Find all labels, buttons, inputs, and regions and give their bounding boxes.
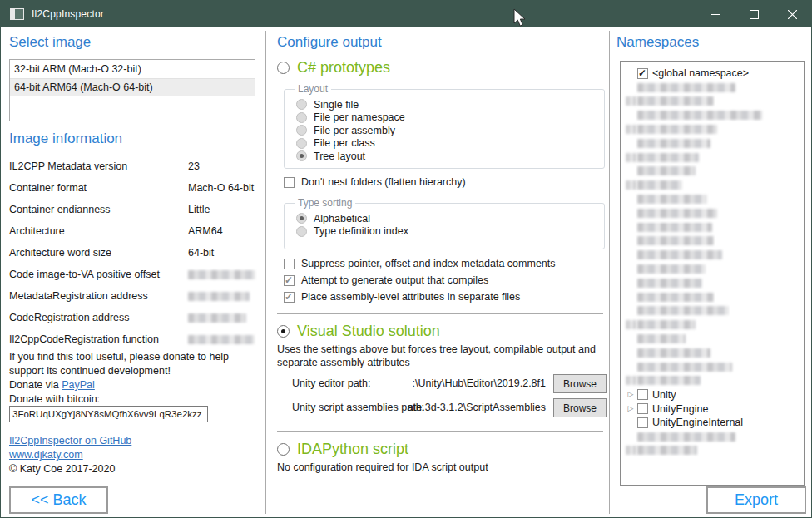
info-value: Mach-O 64-bit (188, 182, 255, 194)
redacted-namespace (637, 139, 710, 148)
radio-option[interactable]: File per class (296, 137, 599, 150)
namespace-item[interactable]: ▷UnityEngine (621, 402, 804, 416)
namespace-checkbox[interactable] (637, 403, 648, 414)
bitcoin-address-field[interactable] (9, 406, 208, 422)
minimize-icon[interactable] (696, 1, 735, 27)
redacted-value (188, 313, 246, 323)
redacted-expander (626, 446, 636, 455)
image-list-item[interactable]: 32-bit ARM (Mach-O 32-bit) (10, 60, 255, 78)
redacted-namespace-row (621, 430, 804, 444)
info-label: Architecture (9, 225, 188, 237)
type-sorting-title: Type sorting (295, 197, 355, 209)
radio-option[interactable]: Tree layout (296, 150, 599, 163)
info-row: Code image-to-VA positive offset (9, 264, 255, 285)
image-list-item[interactable]: 64-bit ARM64 (Mach-O 64-bit) (10, 78, 255, 96)
expander-slot (624, 446, 637, 455)
redacted-namespace-row (621, 95, 804, 109)
namespace-label: <global namespace> (652, 67, 749, 79)
close-icon[interactable] (773, 1, 811, 27)
radio-icon (296, 112, 307, 123)
redacted-namespace (637, 264, 706, 274)
unity-editor-path-value[interactable]: :\Unity\Hub\Editor\2019.2.8f1 (412, 377, 546, 389)
layout-options: Single fileFile per namespaceFile per as… (296, 98, 599, 163)
output-checkbox[interactable]: Suppress pointer, offset and index metad… (284, 255, 608, 272)
image-information-title: Image information (9, 131, 122, 147)
radio-visual-studio-solution[interactable]: Visual Studio solution (277, 323, 440, 340)
expander-icon[interactable]: ▷ (628, 405, 634, 412)
radio-icon (296, 226, 307, 237)
info-value: 64-bit (188, 247, 255, 259)
maximize-icon[interactable] (735, 1, 773, 27)
checkbox-flatten-hierarchy[interactable]: Don't nest folders (flatten hierarchy) (284, 175, 466, 189)
redacted-namespace (637, 334, 686, 343)
checkbox-icon (284, 292, 295, 303)
browse-editor-path-button[interactable]: Browse (553, 374, 607, 393)
radio-icon (277, 443, 290, 456)
info-value: 23 (188, 160, 255, 172)
radio-option-label: Alphabetical (314, 213, 370, 224)
redacted-namespace-row (621, 220, 804, 234)
radio-option[interactable]: Single file (296, 98, 599, 111)
expander-icon[interactable]: ▷ (628, 391, 634, 398)
paypal-link[interactable]: PayPal (62, 379, 95, 391)
output-checkbox[interactable]: Place assembly-level attributes in separ… (284, 289, 608, 305)
unity-editor-path-label: Unity editor path: (292, 377, 371, 389)
radio-idapython-script[interactable]: IDAPython script (277, 441, 408, 458)
titlebar: Il2CppInspector (1, 1, 811, 27)
namespace-item[interactable]: <global namespace> (621, 67, 804, 81)
radio-option[interactable]: Type definition index (296, 225, 599, 239)
redacted-namespace (637, 376, 701, 385)
redacted-namespace (637, 166, 696, 175)
export-button[interactable]: Export (706, 486, 806, 514)
radio-option[interactable]: Alphabetical (296, 212, 599, 225)
info-label: Container format (9, 182, 188, 194)
namespace-item[interactable]: ▷Unity (621, 387, 804, 402)
namespace-checkbox[interactable] (637, 417, 648, 428)
radio-option[interactable]: File per assembly (296, 124, 599, 137)
radio-option[interactable]: File per namespace (296, 111, 599, 125)
expander-slot (624, 125, 637, 134)
redacted-namespace-row (621, 318, 804, 332)
redacted-namespace (637, 111, 762, 120)
redacted-namespace (637, 363, 732, 372)
redacted-namespace-row (621, 346, 804, 360)
namespace-checkbox[interactable] (637, 68, 648, 79)
expander-slot (624, 376, 637, 385)
radio-option-label: File per class (314, 137, 375, 149)
window-title: Il2CppInspector (32, 8, 104, 20)
column-separator-left (265, 31, 266, 514)
checkbox-label: Place assembly-level attributes in separ… (301, 291, 520, 303)
namespace-item[interactable]: UnityEngineInternal (621, 416, 804, 430)
redacted-namespace (637, 223, 712, 232)
back-button[interactable]: << Back (9, 486, 108, 514)
redacted-expander (626, 96, 636, 106)
redacted-namespace (637, 446, 697, 455)
redacted-namespace-row (621, 248, 804, 262)
radio-option-label: Single file (314, 99, 359, 111)
section-divider (277, 313, 603, 314)
browse-script-path-button[interactable]: Browse (553, 398, 607, 417)
redacted-namespace-row (621, 290, 804, 304)
column-separator-right (609, 31, 610, 514)
app-window: Il2CppInspector Select image 32-bit ARM … (0, 0, 812, 518)
content-area: Select image 32-bit ARM (Mach-O 32-bit)6… (1, 27, 811, 517)
redacted-namespace-row (621, 276, 804, 290)
redacted-namespace (637, 125, 717, 134)
redacted-namespace-row (621, 206, 804, 220)
output-checkbox[interactable]: Attempt to generate output that compiles (284, 272, 608, 289)
namespace-label: UnityEngineInternal (652, 417, 743, 428)
radio-csharp-prototypes[interactable]: C# prototypes (277, 59, 390, 76)
copyright: © Katy Coe 2017-2020 (9, 463, 115, 475)
website-link[interactable]: www.djkaty.com (9, 449, 83, 461)
csharp-prototypes-label: C# prototypes (297, 59, 390, 76)
namespace-list[interactable]: <global namespace>▷Unity▷UnityEngineUnit… (620, 61, 805, 486)
github-link[interactable]: Il2CppInspector on GitHub (9, 435, 131, 446)
window-controls (696, 1, 811, 27)
info-row: ArchitectureARM64 (9, 220, 255, 242)
radio-icon (296, 138, 307, 149)
info-row: Container endiannessLittle (9, 199, 255, 220)
namespaces-title: Namespaces (616, 34, 699, 51)
namespace-checkbox[interactable] (637, 389, 648, 400)
unity-script-path-value[interactable]: ate.3d-3.1.2\ScriptAssemblies (408, 402, 546, 413)
image-listbox[interactable]: 32-bit ARM (Mach-O 32-bit)64-bit ARM64 (… (9, 59, 255, 121)
